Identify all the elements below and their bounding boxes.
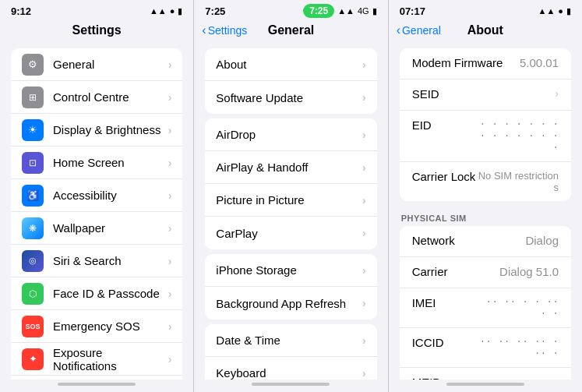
imei-label: IMEI xyxy=(412,296,478,309)
iphone-storage-chevron: › xyxy=(362,264,366,277)
battery-icon-2: ▮ xyxy=(372,6,377,16)
emergency-label: Emergency SOS xyxy=(53,320,168,333)
physical-sim-header: PHYSICAL SIM xyxy=(389,206,582,226)
home-screen-chevron: › xyxy=(168,157,172,169)
accessibility-icon: ♿ xyxy=(22,185,44,207)
row-software-update[interactable]: Software Update › xyxy=(205,81,376,114)
row-faceid[interactable]: ⬡ Face ID & Passcode › xyxy=(11,277,182,310)
display-chevron: › xyxy=(168,124,172,136)
network-value: Dialog xyxy=(525,234,559,247)
carrier-value: Dialog 51.0 xyxy=(499,265,559,278)
signal-icon-3: ▲▲ xyxy=(538,6,556,16)
general-panel: 7:25 7:25 ▲▲ 4G ▮ ‹ Settings General Abo… xyxy=(194,0,388,392)
row-datetime[interactable]: Date & Time › xyxy=(205,324,376,357)
bg-refresh-label: Background App Refresh xyxy=(216,297,362,310)
iccid-label: ICCID xyxy=(412,336,478,349)
home-bar-2 xyxy=(252,383,330,386)
general-label: General xyxy=(53,58,168,71)
row-bg-refresh[interactable]: Background App Refresh › xyxy=(205,287,376,320)
siri-chevron: › xyxy=(168,255,172,267)
home-indicator-3 xyxy=(389,380,582,392)
row-airplay[interactable]: AirPlay & Handoff › xyxy=(205,151,376,184)
row-iccid: ICCID ·· ·· ·· ·· · ·· · xyxy=(400,328,571,368)
row-seid[interactable]: SEID › xyxy=(400,79,571,111)
settings-section-1: ⚙ General › ⊞ Control Centre › ☀ Display… xyxy=(0,48,193,380)
status-icons-2: 7:25 ▲▲ 4G ▮ xyxy=(303,4,377,18)
row-pip[interactable]: Picture in Picture › xyxy=(205,184,376,217)
pip-chevron: › xyxy=(362,194,366,207)
row-emergency[interactable]: SOS Emergency SOS › xyxy=(11,310,182,343)
faceid-label: Face ID & Passcode xyxy=(53,287,168,300)
wallpaper-chevron: › xyxy=(168,222,172,235)
row-accessibility[interactable]: ♿ Accessibility › xyxy=(11,179,182,212)
emergency-chevron: › xyxy=(168,320,172,333)
row-keyboard[interactable]: Keyboard › xyxy=(205,357,376,380)
general-chevron: › xyxy=(168,58,172,71)
general-scroll[interactable]: About › Software Update › AirDrop › AirP… xyxy=(194,42,387,380)
row-control-centre[interactable]: ⊞ Control Centre › xyxy=(11,81,182,114)
home-indicator-1 xyxy=(0,380,193,392)
home-screen-icon: ⊡ xyxy=(22,152,44,174)
about-section-top: Modem Firmware 5.00.01 SEID › EID · · · … xyxy=(389,48,582,201)
imei-value: ·· ·· · · ·· · · xyxy=(478,296,559,320)
row-carplay[interactable]: CarPlay › xyxy=(205,217,376,249)
row-exposure[interactable]: ✦ Exposure Notifications › xyxy=(11,343,182,376)
general-group-1: About › Software Update › xyxy=(205,48,376,114)
row-network: Network Dialog xyxy=(400,226,571,257)
back-arrow-3: ‹ xyxy=(397,23,400,37)
datetime-chevron: › xyxy=(362,334,366,347)
row-airdrop[interactable]: AirDrop › xyxy=(205,118,376,151)
back-label-3: General xyxy=(402,24,441,37)
home-bar-1 xyxy=(58,383,136,386)
about-nav: ‹ General About xyxy=(389,20,582,42)
settings-nav: Settings xyxy=(0,20,193,42)
row-modem-firmware[interactable]: Modem Firmware 5.00.01 xyxy=(400,48,571,79)
row-home-screen[interactable]: ⊡ Home Screen › xyxy=(11,147,182,179)
carrier-lock-label: Carrier Lock xyxy=(412,170,478,183)
row-carrier-lock: Carrier Lock No SIM restrictions xyxy=(400,162,571,201)
battery-icon: ▮ xyxy=(178,6,182,16)
home-indicator-2 xyxy=(194,380,387,392)
about-group-physical: Network Dialog Carrier Dialog 51.0 IMEI … xyxy=(400,226,571,380)
about-scroll[interactable]: Modem Firmware 5.00.01 SEID › EID · · · … xyxy=(389,42,582,380)
back-to-settings[interactable]: ‹ Settings xyxy=(202,23,247,37)
back-label-2: Settings xyxy=(208,24,248,37)
status-bar-2: 7:25 7:25 ▲▲ 4G ▮ xyxy=(194,0,387,20)
about-label: About xyxy=(216,58,362,71)
about-title: About xyxy=(467,23,503,37)
row-general[interactable]: ⚙ General › xyxy=(11,48,182,81)
row-display[interactable]: ☀ Display & Brightness › xyxy=(11,114,182,147)
settings-scroll[interactable]: ⚙ General › ⊞ Control Centre › ☀ Display… xyxy=(0,42,193,380)
display-icon: ☀ xyxy=(22,119,44,141)
general-section-4: Date & Time › Keyboard › Fonts › Languag… xyxy=(194,324,387,380)
control-chevron: › xyxy=(168,91,172,104)
row-wallpaper[interactable]: ❋ Wallpaper › xyxy=(11,212,182,245)
settings-panel: 9:12 ▲▲ ● ▮ Settings ⚙ General › ⊞ Contr… xyxy=(0,0,194,392)
airplay-label: AirPlay & Handoff xyxy=(216,161,362,174)
settings-group-1: ⚙ General › ⊞ Control Centre › ☀ Display… xyxy=(11,48,182,380)
carplay-label: CarPlay xyxy=(216,227,362,240)
seid-chevron: › xyxy=(555,87,559,100)
eid-value: · · · · · · · · · · · · · · · xyxy=(478,118,559,154)
row-meid: MEID · ·· · ·· ·· · xyxy=(400,368,571,380)
eid-label: EID xyxy=(412,118,478,132)
wifi-icon: ● xyxy=(170,6,175,16)
general-section-3: iPhone Storage › Background App Refresh … xyxy=(194,254,387,320)
row-siri[interactable]: ◎ Siri & Search › xyxy=(11,245,182,277)
back-to-general[interactable]: ‹ General xyxy=(397,23,441,37)
row-iphone-storage[interactable]: iPhone Storage › xyxy=(205,254,376,287)
row-battery[interactable]: ▮ Battery › xyxy=(11,376,182,380)
time-2: 7:25 xyxy=(205,5,225,17)
general-group-3: iPhone Storage › Background App Refresh … xyxy=(205,254,376,320)
signal-icon: ▲▲ xyxy=(150,6,167,16)
wallpaper-label: Wallpaper xyxy=(53,221,168,235)
battery-icon-3: ▮ xyxy=(566,6,571,16)
status-icons-1: ▲▲ ● ▮ xyxy=(150,6,182,16)
row-about[interactable]: About › xyxy=(205,48,376,81)
exposure-label: Exposure Notifications xyxy=(53,346,168,373)
row-eid: EID · · · · · · · · · · · · · · · xyxy=(400,111,571,162)
datetime-label: Date & Time xyxy=(216,334,362,347)
emergency-icon: SOS xyxy=(22,316,44,337)
about-section-physical: PHYSICAL SIM Network Dialog Carrier Dial… xyxy=(389,206,582,380)
faceid-icon: ⬡ xyxy=(22,283,44,305)
